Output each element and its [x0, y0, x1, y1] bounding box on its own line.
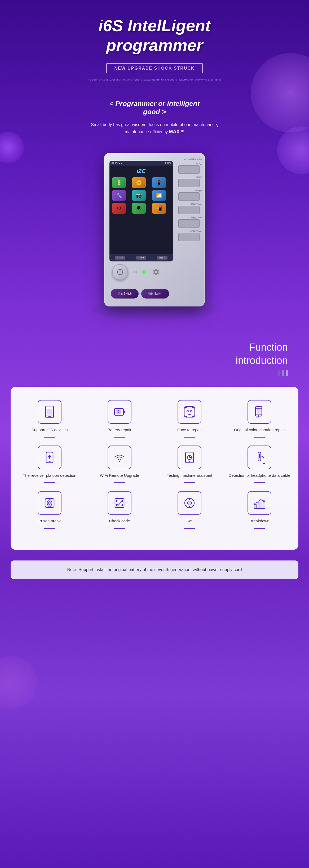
feature-item-set: Set — [158, 491, 220, 529]
feature-item-ios: Support iOS devices — [19, 400, 81, 438]
feature-icon-prison — [38, 491, 61, 515]
feature-label-headphone: Detection of headphone data cable — [229, 472, 290, 478]
tagline-section: < Programmer or intelligent good > Small… — [0, 94, 309, 137]
connector-slot-6 — [178, 233, 199, 241]
feature-label-breakdown: Breakdown — [249, 518, 269, 524]
tagline-max: MAX — [169, 129, 180, 134]
device-switches: 切换 Switch 切换 Switch — [111, 289, 169, 299]
switch-right-label: 切换 Switch — [148, 292, 162, 296]
feature-divider-ios — [44, 437, 55, 438]
connector-slot-1 — [178, 165, 199, 174]
note-section: Note: Support install the original batte… — [10, 560, 299, 579]
svg-rect-19 — [257, 409, 260, 413]
svg-point-33 — [189, 461, 190, 462]
small-text-row: i6S LOCK UNLOCK ABCDEFGH JKLMNO PQRSTUVW… — [5, 79, 304, 81]
feature-label-color: Original color vibration repair — [234, 427, 285, 433]
screen-icon-face: 😊 — [132, 177, 146, 188]
feature-icon-ios — [38, 400, 61, 424]
screen-icon-device: 📲 — [152, 203, 166, 214]
feature-icon-set — [178, 491, 202, 515]
side-connectors: 7-11PM 原彩修复小板 7P Plus XS相机 XS相机R XR触摸 To… — [178, 158, 202, 269]
feature-item-wifi: WiFi Remote Upgrade — [89, 445, 151, 483]
badge-container: NEW UPGRADE SHOCK STRUCK — [5, 63, 304, 73]
svg-rect-44 — [263, 502, 265, 508]
function-title: Function introduction — [21, 341, 288, 367]
power-button[interactable] — [112, 264, 128, 280]
feature-label-receiver: The receiver platoon detection — [23, 472, 76, 478]
connector-label-top: 7-11PM 原彩修复小板 — [178, 158, 202, 161]
tagline-angle-right: > — [162, 108, 166, 116]
feature-icon-face — [178, 400, 202, 424]
connector-slot-4 — [178, 206, 199, 214]
upgrade-badge: NEW UPGRADE SHOCK STRUCK — [106, 63, 203, 73]
screen-icon-tool: 🛠 — [132, 203, 146, 214]
feature-grid: Support iOS devices Battery repair — [19, 400, 290, 529]
svg-rect-5 — [48, 416, 51, 417]
tagline-title: < Programmer or intelligent good > — [105, 100, 204, 116]
bg-orb-2 — [0, 656, 37, 709]
screen-btn-switch-left: ← 切换 — [115, 256, 125, 259]
feature-label-battery: Battery repair — [107, 427, 131, 433]
svg-rect-43 — [260, 500, 262, 508]
connector-slot-3 — [178, 192, 199, 201]
svg-point-26 — [119, 461, 120, 462]
device-screen: i6S 智能 ● ▼ 🔋 80% i2C 🔋 😊 📱 🔧 📷 📶 ⚙ 🛠 📲 — [110, 161, 173, 261]
feature-divider-prison — [44, 528, 55, 529]
screen-icon-battery: 🔋 — [112, 177, 126, 188]
screen-grid: 🔋 😊 📱 🔧 📷 📶 ⚙ 🛠 📲 — [110, 176, 173, 215]
feature-item-color: Original color vibration repair — [228, 400, 290, 438]
feature-label-wifi: WiFi Remote Upgrade — [100, 472, 139, 478]
screen-btn-confirm: ✓ 确认 — [136, 256, 146, 259]
header-section: i6S IntelLigent programmer NEW UPGRADE S… — [0, 0, 309, 94]
feature-icon-wifi — [107, 445, 131, 469]
svg-rect-41 — [254, 504, 256, 508]
screen-brand: i2C — [110, 165, 173, 176]
feature-item-headphone: Detection of headphone data cable — [228, 445, 290, 483]
function-dots — [21, 370, 288, 376]
device-body: i6S 智能 ● ▼ 🔋 80% i2C 🔋 😊 📱 🔧 📷 📶 ⚙ 🛠 📲 — [104, 153, 205, 307]
screen-header: i6S 智能 ● ▼ 🔋 80% — [110, 161, 173, 165]
connector-group-1: 7P Plus — [178, 163, 202, 174]
feature-label-testing: Testing machine assistant — [167, 472, 212, 478]
feature-divider-headphone — [254, 482, 265, 483]
feature-label-prison: Prison break — [38, 518, 61, 524]
function-dot-1 — [278, 370, 280, 376]
connector-group-3: XS相机R — [178, 189, 202, 201]
svg-rect-6 — [47, 409, 52, 414]
connector-group-2: XS相机 — [178, 176, 202, 187]
function-dot-2 — [282, 370, 284, 376]
svg-point-14 — [187, 410, 188, 412]
svg-point-25 — [49, 457, 50, 459]
feature-divider-checkcode — [114, 528, 125, 529]
switch-button-right[interactable]: 切换 Switch — [141, 289, 169, 299]
feature-divider-testing — [184, 482, 195, 483]
feature-divider-set — [184, 528, 195, 529]
feature-divider-wifi — [114, 482, 125, 483]
feature-icon-receiver — [38, 445, 61, 469]
feature-section: Support iOS devices Battery repair — [10, 387, 299, 550]
feature-label-checkcode: Check code — [109, 518, 130, 524]
feature-icon-checkcode — [107, 491, 131, 515]
switch-left-label: 切换 Switch — [118, 292, 131, 296]
svg-rect-13 — [184, 407, 195, 417]
switch-button-left[interactable]: 切换 Switch — [111, 289, 138, 299]
device-section: i6S 智能 ● ▼ 🔋 80% i2C 🔋 😊 📱 🔧 📷 📶 ⚙ 🛠 📲 — [0, 137, 309, 336]
screen-header-text: i6S 智能 ● ▼ — [112, 162, 163, 164]
tagline-text: Programmer or intelligent good — [115, 100, 199, 116]
ok-label: OK — [133, 271, 137, 274]
feature-item-breakdown: Breakdown — [228, 491, 290, 529]
feature-item-prison: Prison break — [19, 491, 81, 529]
feature-icon-breakdown — [248, 491, 271, 515]
feature-item-checkcode: Check code — [89, 491, 151, 529]
svg-rect-8 — [123, 410, 125, 413]
svg-point-40 — [187, 501, 192, 505]
screen-icon-screen: 📱 — [152, 177, 166, 188]
feature-divider-breakdown — [254, 528, 265, 529]
connector-slot-5 — [178, 219, 199, 228]
screen-icon-settings: ⚙ — [112, 203, 126, 214]
feature-item-testing: Testing machine assistant — [158, 445, 220, 483]
svg-rect-38 — [115, 498, 124, 507]
screen-btn-switch-right: 切换 → — [157, 256, 167, 259]
screen-bottom-bar: ← 切换 ✓ 确认 切换 → — [110, 254, 173, 261]
feature-icon-testing — [178, 445, 202, 469]
